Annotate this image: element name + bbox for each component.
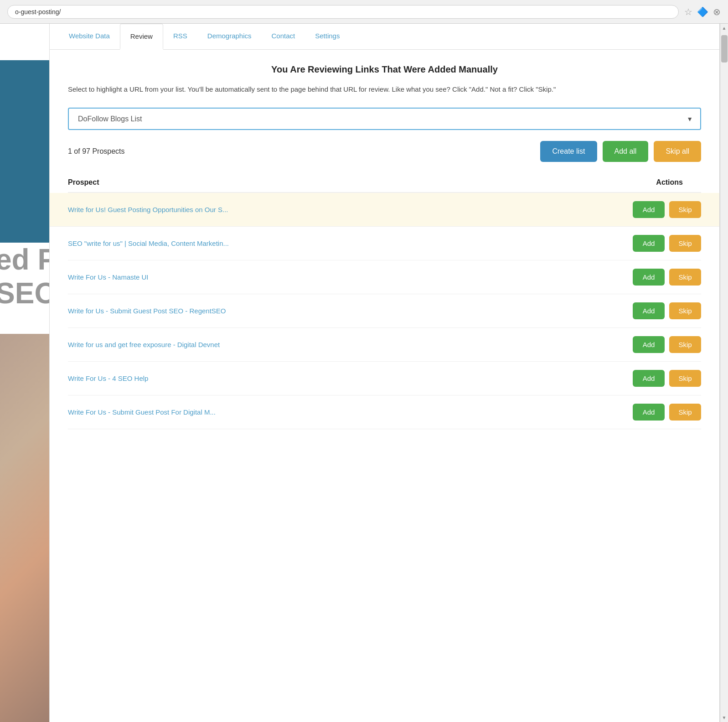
prospects-header: 1 of 97 Prospects Create list Add all Sk… [68, 141, 701, 162]
main-panel: Website Data Review RSS Demographics Con… [49, 24, 720, 722]
plugin-icon[interactable]: 🔷 [697, 6, 708, 17]
add-button[interactable]: Add [633, 201, 665, 218]
table-row: Write For Us - Namaste UIAddSkip [68, 260, 701, 294]
row-action-buttons: AddSkip [633, 370, 701, 387]
prospect-link[interactable]: Write For Us - Namaste UI [68, 273, 624, 281]
tab-contact[interactable]: Contact [262, 24, 305, 49]
dropdown-wrapper[interactable]: DoFollow Blogs List ▼ [68, 108, 701, 130]
col-actions-header: Actions [656, 178, 683, 187]
tab-rss[interactable]: RSS [163, 24, 197, 49]
tab-demographics[interactable]: Demographics [197, 24, 262, 49]
skip-button[interactable]: Skip [669, 201, 701, 218]
tab-review[interactable]: Review [120, 24, 163, 50]
create-list-button[interactable]: Create list [540, 141, 597, 162]
table-row: Write for Us! Guest Posting Opportunitie… [50, 193, 719, 227]
row-action-buttons: AddSkip [633, 201, 701, 218]
tab-settings[interactable]: Settings [305, 24, 350, 49]
review-description: Select to highlight a URL from your list… [68, 84, 701, 95]
table-row: SEO "write for us" | Social Media, Conte… [68, 227, 701, 260]
star-icon[interactable]: ☆ [684, 6, 692, 17]
row-action-buttons: AddSkip [633, 302, 701, 319]
table-row: Write for Us - Submit Guest Post SEO - R… [68, 294, 701, 328]
url-text: o-guest-posting/ [15, 8, 61, 16]
add-button[interactable]: Add [633, 370, 665, 387]
prospect-link[interactable]: Write for Us! Guest Posting Opportunitie… [68, 206, 624, 213]
main-layout: ed PoSEO Website Data Review RSS Demogra… [0, 24, 728, 722]
tabs-bar: Website Data Review RSS Demographics Con… [50, 24, 719, 50]
prospect-link[interactable]: Write For Us - Submit Guest Post For Dig… [68, 408, 624, 416]
table-row: Write For Us - 4 SEO HelpAddSkip [68, 362, 701, 395]
list-dropdown[interactable]: DoFollow Blogs List [68, 108, 701, 130]
skip-all-button[interactable]: Skip all [654, 141, 701, 162]
table-row: Write For Us - Submit Guest Post For Dig… [68, 395, 701, 429]
prospect-link[interactable]: Write for us and get free exposure - Dig… [68, 341, 624, 348]
add-all-button[interactable]: Add all [603, 141, 649, 162]
bg-blue-section [0, 60, 49, 243]
bg-text-ed: ed PoSEO [0, 243, 49, 310]
row-action-buttons: AddSkip [633, 404, 701, 421]
add-button[interactable]: Add [633, 404, 665, 421]
prospect-table: Write for Us! Guest Posting Opportunitie… [68, 193, 701, 429]
row-action-buttons: AddSkip [633, 235, 701, 252]
skip-button[interactable]: Skip [669, 370, 701, 387]
review-content: You Are Reviewing Links That Were Added … [50, 50, 719, 722]
prospects-count: 1 of 97 Prospects [68, 147, 125, 156]
skip-button[interactable]: Skip [669, 269, 701, 286]
skip-button[interactable]: Skip [669, 336, 701, 353]
add-button[interactable]: Add [633, 235, 665, 252]
col-prospect-header: Prospect [68, 178, 99, 187]
add-button[interactable]: Add [633, 336, 665, 353]
tab-website-data[interactable]: Website Data [59, 24, 120, 49]
address-bar[interactable]: o-guest-posting/ [7, 5, 679, 19]
browser-bar: o-guest-posting/ ☆ 🔷 ⊗ [0, 0, 728, 24]
close-icon[interactable]: ⊗ [713, 6, 721, 17]
skip-button[interactable]: Skip [669, 302, 701, 319]
browser-icons: ☆ 🔷 ⊗ [684, 6, 721, 17]
table-header: Prospect Actions [68, 173, 701, 193]
scrollbar-thumb[interactable] [721, 35, 728, 62]
bg-image-area [0, 334, 49, 722]
prospect-link[interactable]: Write For Us - 4 SEO Help [68, 374, 624, 382]
add-button[interactable]: Add [633, 269, 665, 286]
action-buttons: Create list Add all Skip all [540, 141, 701, 162]
skip-button[interactable]: Skip [669, 235, 701, 252]
scroll-up-arrow[interactable]: ▲ [722, 26, 727, 31]
row-action-buttons: AddSkip [633, 269, 701, 286]
review-title: You Are Reviewing Links That Were Added … [68, 64, 701, 75]
prospect-link[interactable]: SEO "write for us" | Social Media, Conte… [68, 239, 624, 247]
table-row: Write for us and get free exposure - Dig… [68, 328, 701, 362]
prospect-link[interactable]: Write for Us - Submit Guest Post SEO - R… [68, 307, 624, 315]
add-button[interactable]: Add [633, 302, 665, 319]
background-website: ed PoSEO [0, 24, 49, 722]
scroll-down-arrow[interactable]: ▼ [722, 715, 727, 720]
skip-button[interactable]: Skip [669, 404, 701, 421]
row-action-buttons: AddSkip [633, 336, 701, 353]
scrollbar[interactable]: ▲ ▼ [720, 24, 728, 722]
